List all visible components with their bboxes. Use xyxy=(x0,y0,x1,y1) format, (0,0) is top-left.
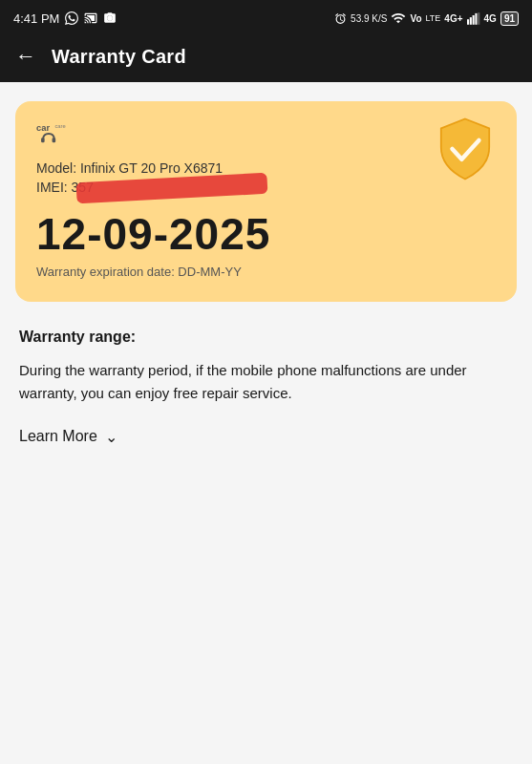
network-4g-2: 4G xyxy=(484,13,497,24)
warranty-description: During the warranty period, if the mobil… xyxy=(19,359,513,405)
svg-text:car: car xyxy=(36,123,50,133)
imei-row: IMEI: 357 xyxy=(36,180,496,195)
warranty-range-title: Warranty range: xyxy=(19,329,513,346)
warranty-card: car care Model: Infinix GT 20 Pro X6871 … xyxy=(15,101,517,302)
whatsapp-icon xyxy=(65,11,78,25)
status-left: 4:41 PM xyxy=(13,11,117,26)
wifi-icon xyxy=(391,11,406,26)
header: ← Warranty Card xyxy=(0,34,532,82)
network-4g: 4G+ xyxy=(444,13,462,24)
page-title: Warranty Card xyxy=(52,46,186,68)
signal-icon xyxy=(467,12,480,25)
carcare-brand-icon: car care xyxy=(36,120,71,147)
status-right: 53.9 K/S Vo LTE 4G+ 4G 91 xyxy=(334,11,519,26)
chevron-down-icon[interactable]: ⌄ xyxy=(105,428,117,446)
shield-check-icon xyxy=(431,115,500,183)
svg-rect-9 xyxy=(53,138,56,142)
svg-point-0 xyxy=(108,15,114,21)
status-bar: 4:41 PM 53.9 K/S Vo LTE 4G+ xyxy=(0,0,532,34)
carcare-logo: car care xyxy=(36,120,496,147)
svg-rect-3 xyxy=(472,15,474,25)
svg-rect-5 xyxy=(478,12,479,25)
back-button[interactable]: ← xyxy=(15,44,36,69)
svg-rect-4 xyxy=(475,12,477,24)
svg-rect-2 xyxy=(469,17,471,25)
speed-display: 53.9 K/S xyxy=(351,13,387,24)
battery-display: 91 xyxy=(500,11,519,26)
network-vo: Vo xyxy=(410,13,421,24)
svg-rect-8 xyxy=(41,138,45,142)
info-section: Warranty range: During the warranty peri… xyxy=(15,329,517,446)
model-info: Model: Infinix GT 20 Pro X6871 xyxy=(36,160,496,176)
learn-more-label[interactable]: Learn More xyxy=(19,428,97,445)
imei-redaction xyxy=(76,173,268,203)
warranty-date: 12-09-2025 xyxy=(36,210,496,259)
alarm-icon xyxy=(334,12,347,25)
network-lte: LTE xyxy=(426,13,441,23)
time-display: 4:41 PM xyxy=(13,11,59,26)
warranty-date-format: Warranty expiration date: DD-MM-YY xyxy=(36,265,496,279)
svg-rect-1 xyxy=(467,19,469,25)
main-content: car care Model: Infinix GT 20 Pro X6871 … xyxy=(0,82,532,764)
camera-icon xyxy=(103,11,117,25)
cast-icon xyxy=(84,11,97,25)
learn-more-row[interactable]: Learn More ⌄ xyxy=(19,428,513,446)
svg-text:care: care xyxy=(54,123,65,129)
